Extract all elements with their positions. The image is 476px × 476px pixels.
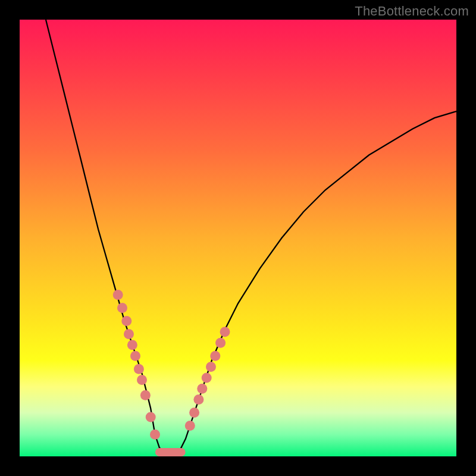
chart-svg [20, 20, 456, 456]
plot-area [20, 20, 456, 456]
scatter-dot [197, 384, 207, 394]
scatter-dot [210, 351, 220, 361]
scatter-dot [193, 394, 203, 405]
watermark-text: TheBottleneck.com [355, 4, 469, 19]
scatter-dot [127, 340, 137, 350]
scatter-dot [124, 329, 134, 339]
bottleneck-curve [46, 20, 456, 456]
scatter-dot [215, 338, 226, 348]
scatter-dot [134, 364, 144, 374]
scatter-dot [202, 372, 212, 383]
scatter-dot [130, 351, 140, 361]
scatter-dot [113, 290, 123, 300]
scatter-dot [146, 412, 156, 422]
scatter-dot [137, 375, 147, 385]
scatter-dot [117, 303, 127, 313]
scatter-dot [189, 408, 199, 418]
scatter-dot [121, 316, 131, 326]
chart-frame: TheBottleneck.com [0, 0, 476, 476]
scatter-dot [185, 421, 195, 431]
scatter-dot [150, 430, 160, 440]
scatter-dot [206, 362, 216, 372]
scatter-dots [113, 290, 230, 440]
scatter-dot [140, 390, 151, 400]
scatter-dot [220, 327, 230, 337]
